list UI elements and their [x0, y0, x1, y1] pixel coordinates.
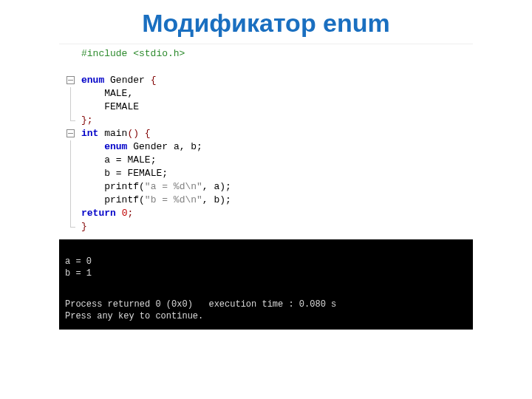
- code-line-printf-a: printf("a = %d\n", a);: [59, 180, 473, 194]
- enum-value-male: MALE,: [104, 88, 133, 99]
- console-output: a = 0 b = 1 Process returned 0 (0x0) exe…: [59, 239, 473, 330]
- code-line-decl: enum Gender a, b;: [59, 140, 473, 154]
- enum-name: Gender: [110, 75, 145, 86]
- code-editor: #include <stdio.h> enum Gender { MALE, F…: [59, 44, 473, 233]
- stmt-assign-b: b = FEMALE;: [104, 168, 168, 179]
- code-line-printf-b: printf("b = %d\n", b);: [59, 194, 473, 207]
- code-line-return: return 0;: [59, 207, 473, 220]
- brace-open: {: [145, 128, 151, 139]
- preprocessor-directive: #include <stdio.h>: [81, 48, 185, 59]
- keyword-enum: enum: [81, 75, 104, 86]
- func-name-main: main: [104, 128, 127, 139]
- string-literal: "a = %d\n": [145, 181, 202, 192]
- console-line: b = 1: [65, 268, 92, 279]
- args-rest: , a);: [202, 181, 231, 192]
- code-line-enum-open: enum Gender {: [59, 74, 473, 87]
- code-line-include: #include <stdio.h>: [59, 47, 473, 61]
- console-line: Press any key to continue.: [65, 311, 203, 321]
- code-line-enum-female: FEMALE: [59, 100, 473, 114]
- type-gender: Gender: [133, 141, 168, 152]
- fold-toggle-main[interactable]: [66, 129, 75, 137]
- code-line-enum-male: MALE,: [59, 87, 473, 100]
- call-printf: printf(: [104, 194, 145, 205]
- code-line-assign-b: b = FEMALE;: [59, 167, 473, 180]
- string-literal: "b = %d\n": [145, 194, 202, 205]
- code-line-main-close: }: [59, 220, 473, 233]
- keyword-return: return: [81, 208, 116, 219]
- var-decl: a, b;: [174, 141, 202, 152]
- keyword-int: int: [81, 128, 98, 139]
- code-line-enum-close: };: [59, 114, 473, 127]
- call-printf: printf(: [104, 181, 145, 192]
- console-line: Process returned 0 (0x0) execution time …: [65, 299, 336, 310]
- code-line-assign-a: a = MALE;: [59, 154, 473, 167]
- semicolon: ;: [127, 208, 133, 219]
- paren: (): [127, 128, 139, 139]
- brace-open: {: [151, 75, 157, 86]
- keyword-enum: enum: [104, 141, 127, 152]
- stmt-assign-a: a = MALE;: [104, 154, 156, 166]
- console-line: a = 0: [65, 256, 92, 267]
- enum-value-female: FEMALE: [104, 101, 139, 112]
- fold-toggle-enum[interactable]: [66, 76, 75, 84]
- args-rest: , b);: [202, 194, 231, 205]
- code-line-main-open: int main() {: [59, 127, 473, 140]
- brace-close: }: [81, 221, 87, 232]
- brace-close: };: [81, 115, 93, 126]
- page-title: Модификатор enum: [0, 9, 532, 38]
